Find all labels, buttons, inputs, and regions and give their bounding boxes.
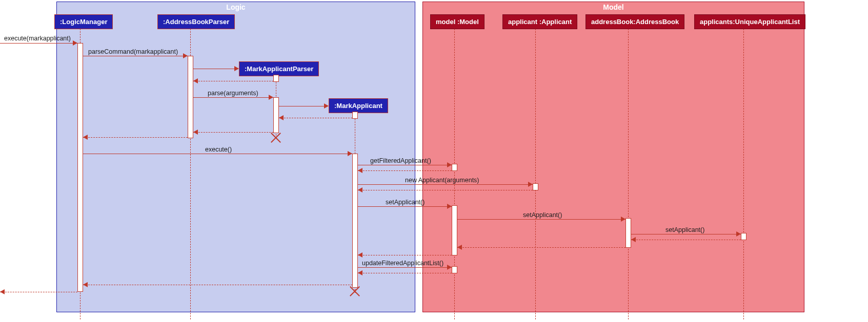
return-final (0, 292, 77, 292)
activation-addressbook-setapplicant (625, 218, 631, 248)
arrowhead (83, 282, 88, 287)
return-parsecommand (83, 137, 188, 138)
msg-getfiltered: getFilteredApplicant() (370, 157, 431, 164)
arrowhead (447, 204, 452, 209)
participant-label: applicant :Applicant (508, 18, 572, 26)
participant-applicant: applicant :Applicant (502, 14, 577, 29)
activation-model-setapplicant (452, 205, 457, 255)
package-model-label: Model (603, 3, 623, 11)
activation-model-updatefiltered (452, 266, 457, 273)
activation-markapplicant-execute (352, 154, 358, 288)
arrow-setapplicant-model (358, 206, 452, 207)
arrowhead (193, 130, 198, 135)
activation-model-getfiltered (452, 164, 457, 171)
arrow-updatefiltered (358, 267, 452, 268)
destroy-markapplicantparser (270, 132, 281, 143)
arrowhead (447, 265, 452, 270)
arrowhead (73, 40, 77, 46)
arrowhead (83, 135, 88, 140)
participant-addressbook: addressBook:AddressBook (586, 14, 684, 29)
arrowhead (736, 231, 741, 237)
activation-markapplicant-create (352, 112, 358, 119)
lifeline-applicant (535, 29, 536, 319)
participant-logicmanager: :LogicManager (54, 14, 113, 29)
arrowhead (348, 151, 352, 156)
msg-execute-markapplicant: execute(markapplicant) (4, 35, 71, 42)
return-create-markapplicant (279, 118, 352, 118)
arrow-setapplicant-applicants (631, 234, 741, 234)
participant-markapplicant: :MarkApplicant (329, 98, 388, 113)
arrowhead (447, 162, 452, 167)
participant-label: :LogicManager (60, 18, 107, 26)
participant-label: addressBook:AddressBook (591, 18, 679, 26)
activation-applicant-new (533, 183, 538, 190)
participant-label: model :Model (436, 18, 479, 26)
arrowhead (193, 78, 198, 83)
arrowhead (234, 66, 239, 71)
msg-setapplicant-applicants: setApplicant() (665, 226, 704, 233)
arrowhead (631, 237, 636, 242)
package-logic-label: Logic (226, 3, 245, 11)
arrowhead (358, 270, 362, 275)
activation-markapplicantparser-create (273, 75, 279, 82)
arrowhead (358, 187, 362, 192)
lifeline-model (454, 29, 455, 319)
arrow-execute (83, 154, 352, 154)
arrow-parseargs (193, 97, 273, 98)
participant-label: applicants:UniqueApplicantList (700, 18, 800, 26)
lifeline-applicants (743, 29, 744, 319)
participant-model: model :Model (430, 14, 485, 29)
arrowhead (279, 115, 284, 120)
activation-addressbookparser (188, 56, 193, 138)
return-setapplicant-model (358, 255, 452, 255)
package-model: Model (422, 2, 804, 312)
arrowhead (358, 252, 362, 257)
msg-setapplicant-addressbook: setApplicant() (523, 211, 562, 219)
activation-applicants-setapplicant (741, 233, 746, 240)
arrowhead (358, 168, 362, 173)
participant-label: :AddressBookParser (163, 18, 229, 26)
return-execute (83, 285, 352, 285)
msg-parseargs: parse(arguments) (208, 90, 258, 97)
arrowhead (269, 95, 273, 100)
return-setapplicant-applicants (631, 240, 741, 240)
msg-parsecommand: parseCommand(markapplicant) (88, 48, 178, 55)
return-getfiltered (358, 170, 452, 171)
participant-markapplicantparser: :MarkApplicantParser (239, 61, 319, 76)
destroy-markapplicant (349, 286, 360, 297)
msg-setapplicant-model: setApplicant() (386, 199, 425, 206)
arrow-create-parser (193, 69, 238, 69)
return-newapplicant (358, 190, 533, 190)
return-updatefiltered (358, 273, 452, 273)
arrow-newapplicant (358, 184, 533, 185)
msg-newapplicant: new Applicant(arguments) (405, 177, 479, 184)
arrow-execute-markapplicant (0, 43, 77, 44)
participant-label: :MarkApplicantParser (245, 65, 313, 73)
arrow-create-markapplicant (279, 106, 328, 106)
arrow-getfiltered (358, 165, 452, 165)
arrow-setapplicant-addressbook (457, 219, 625, 220)
return-create-parser (193, 81, 273, 81)
arrowhead (457, 245, 462, 250)
return-setapplicant-addressbook (457, 247, 625, 248)
msg-execute: execute() (205, 146, 232, 153)
lifeline-addressbook (628, 29, 629, 319)
msg-updatefiltered: updateFilteredApplicantList() (362, 260, 443, 267)
participant-applicants: applicants:UniqueApplicantList (694, 14, 805, 29)
activation-markapplicantparser-parse (273, 97, 279, 133)
participant-addressbookparser: :AddressBookParser (157, 14, 235, 29)
arrowhead (183, 53, 188, 58)
arrow-parsecommand (83, 56, 188, 56)
arrowhead (621, 217, 625, 222)
return-parse (193, 132, 273, 133)
activation-logicmanager (77, 43, 83, 292)
participant-label: :MarkApplicant (334, 102, 382, 110)
arrowhead (324, 103, 329, 109)
arrowhead (0, 289, 5, 294)
arrowhead (528, 182, 533, 187)
